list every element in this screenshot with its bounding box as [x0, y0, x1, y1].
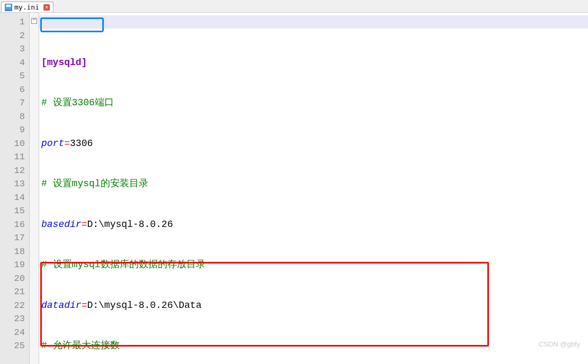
current-line-highlight [39, 15, 588, 29]
code-line: # 设置3306端口 [41, 96, 588, 110]
ini-key: datadir [41, 300, 82, 311]
ini-equals: = [82, 300, 87, 311]
code-line: basedir=D:\mysql-8.0.26 [41, 218, 588, 232]
ini-key: port [41, 138, 64, 149]
file-tab[interactable]: my.ini × [1, 2, 54, 12]
line-number: 3 [0, 42, 25, 56]
line-number: 2 [0, 29, 25, 43]
line-number: 14 [0, 191, 25, 205]
code-line: # 允许最大连接数 [41, 339, 588, 353]
disk-icon [5, 4, 12, 11]
line-number: 9 [0, 123, 25, 137]
code-area[interactable]: [mysqld] # 设置3306端口 port=3306 # 设置mysql的… [39, 13, 588, 364]
code-line: # 设置mysql数据库的数据的存放目录 [41, 258, 588, 272]
ini-value: 3306 [70, 138, 93, 149]
line-number: 17 [0, 231, 25, 245]
line-number: 23 [0, 312, 25, 326]
line-number: 15 [0, 204, 25, 218]
watermark: CSDN @gbfy [539, 340, 580, 348]
line-number: 8 [0, 110, 25, 124]
line-number: 24 [0, 326, 25, 340]
line-number: 7 [0, 96, 25, 110]
ini-value: D:\mysql-8.0.26 [87, 219, 173, 230]
tab-filename: my.ini [14, 3, 39, 11]
code-line: [mysqld] [41, 56, 588, 70]
line-number-gutter: 1 2 3 4 5 6 7 8 9 10 11 12 13 14 15 16 1… [0, 13, 30, 364]
line-number: 25 [0, 339, 25, 353]
ini-value: D:\mysql-8.0.26\Data [87, 300, 201, 311]
line-number: 22 [0, 299, 25, 313]
line-number: 12 [0, 164, 25, 178]
ini-equals: = [64, 138, 70, 149]
line-number: 5 [0, 69, 25, 83]
line-number: 21 [0, 285, 25, 299]
line-number: 20 [0, 272, 25, 286]
line-number: 6 [0, 83, 25, 97]
editor-area: 1 2 3 4 5 6 7 8 9 10 11 12 13 14 15 16 1… [0, 13, 588, 364]
code-line: datadir=D:\mysql-8.0.26\Data [41, 299, 588, 313]
line-number: 13 [0, 177, 25, 191]
line-number: 11 [0, 150, 25, 164]
ini-section: [mysqld] [41, 57, 87, 68]
line-number: 1 [0, 15, 25, 29]
line-number: 10 [0, 137, 25, 151]
code-line: # 设置mysql的安装目录 [41, 177, 588, 191]
ini-key: basedir [41, 219, 82, 230]
close-icon[interactable]: × [43, 4, 50, 11]
ini-comment: # 设置mysql的安装目录 [41, 178, 148, 189]
ini-equals: = [82, 219, 87, 230]
line-number: 4 [0, 56, 25, 70]
fold-gutter [30, 13, 39, 364]
code-line: port=3306 [41, 137, 588, 151]
ini-comment: # 设置3306端口 [41, 97, 114, 108]
line-number: 18 [0, 245, 25, 259]
line-number: 19 [0, 258, 25, 272]
tab-bar: my.ini × [0, 0, 588, 13]
fold-toggle-icon[interactable] [31, 18, 37, 24]
ini-comment: # 设置mysql数据库的数据的存放目录 [41, 259, 206, 270]
line-number: 16 [0, 218, 25, 232]
ini-comment: # 允许最大连接数 [41, 340, 120, 351]
